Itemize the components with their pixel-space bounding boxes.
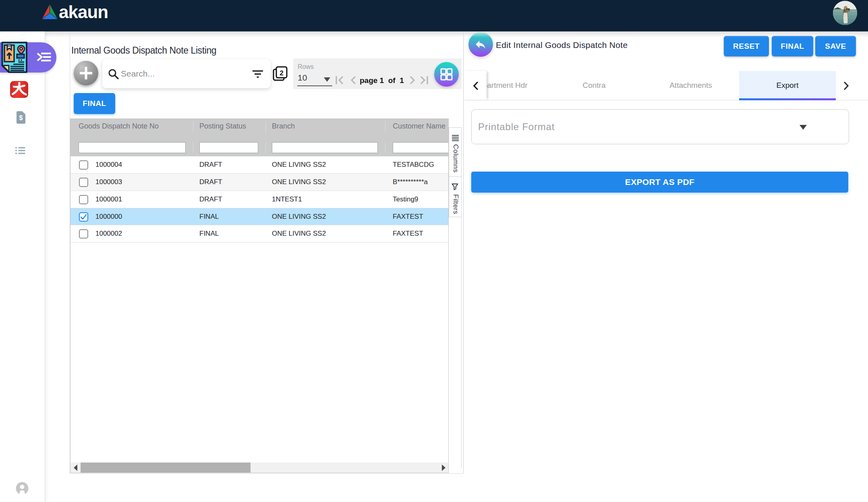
svg-text:2: 2 (280, 69, 283, 77)
svg-text:$: $ (19, 114, 23, 121)
